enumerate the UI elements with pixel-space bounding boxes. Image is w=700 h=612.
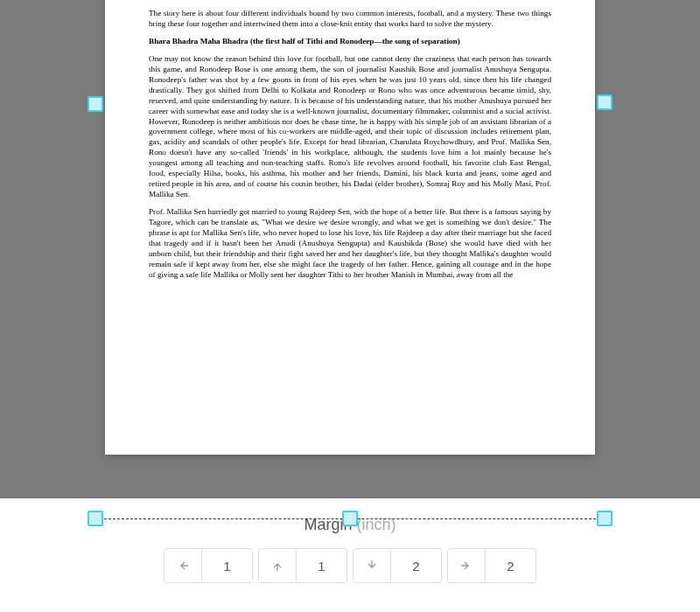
margin-right-button[interactable] — [447, 548, 486, 583]
arrow-down-icon — [365, 559, 379, 573]
doc-paragraph: thus, giving hope to the refugee mass of… — [149, 0, 551, 2]
margin-top-group — [258, 548, 347, 583]
margin-left-button[interactable] — [164, 548, 202, 583]
doc-paragraph: The story here is about four different i… — [149, 9, 551, 30]
doc-heading: Bhara Bhadra Maha Bhadra (the first half… — [149, 37, 551, 47]
margin-right-input[interactable] — [486, 548, 536, 583]
arrow-left-icon — [176, 559, 190, 573]
margin-controls — [164, 548, 536, 583]
resize-handle-bottom-left[interactable] — [88, 511, 103, 526]
margin-bottom-input[interactable] — [391, 548, 442, 583]
margin-top-input[interactable] — [297, 548, 347, 583]
arrow-up-icon — [270, 559, 284, 573]
margin-bottom-button[interactable] — [353, 548, 391, 583]
resize-handle-bottom-mid[interactable] — [342, 511, 358, 526]
resize-handle-right[interactable] — [597, 94, 612, 110]
resize-handle-left[interactable] — [88, 96, 103, 112]
controls-unit: (inch) — [357, 516, 396, 533]
margin-right-group — [447, 548, 536, 583]
doc-paragraph: Prof. Mallika Sen hurriedly got married … — [149, 207, 551, 281]
canvas-editor-area: thus, giving hope to the refugee mass of… — [0, 0, 700, 498]
margin-left-group — [164, 548, 253, 583]
margin-bottom-group — [353, 548, 442, 583]
document-wrapper: thus, giving hope to the refugee mass of… — [105, 0, 595, 498]
margin-left-input[interactable] — [202, 548, 253, 583]
document-content: thus, giving hope to the refugee mass of… — [149, 0, 551, 281]
resize-handle-bottom-right[interactable] — [597, 511, 612, 526]
margin-top-button[interactable] — [258, 548, 297, 583]
doc-paragraph: One may not know the reason behind this … — [149, 54, 551, 200]
document-page: thus, giving hope to the refugee mass of… — [105, 0, 595, 455]
arrow-right-icon — [459, 559, 473, 573]
